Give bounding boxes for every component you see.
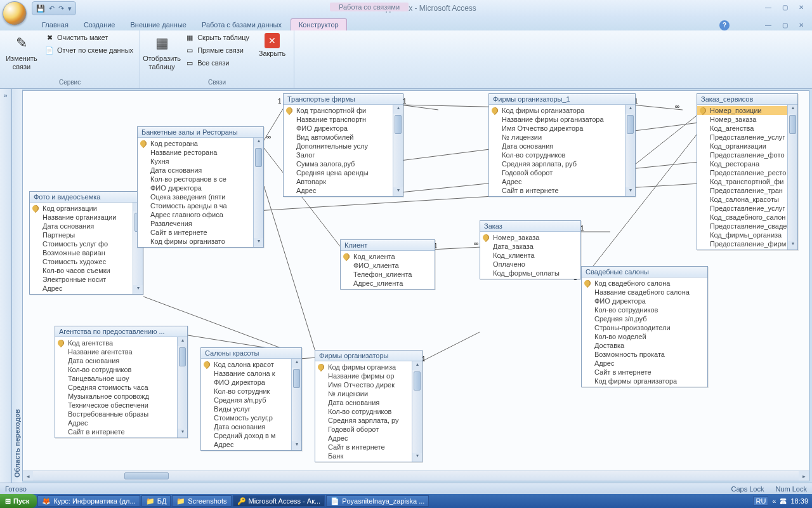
- table-field[interactable]: Виды услуг: [201, 404, 301, 413]
- scroll-up-icon[interactable]: ▴: [412, 361, 422, 370]
- table-scrollbar[interactable]: ▴▾: [393, 105, 403, 196]
- minimize-icon[interactable]: —: [761, 4, 775, 13]
- scroll-thumb[interactable]: [293, 369, 300, 388]
- table-field[interactable]: Адрес: [489, 177, 635, 186]
- tab-external[interactable]: Внешние данные: [123, 19, 194, 30]
- table-header[interactable]: Свадебные салоны: [582, 267, 707, 277]
- scroll-down-icon[interactable]: ▾: [393, 187, 403, 196]
- table-field[interactable]: Адрес_клиента: [341, 279, 435, 288]
- table-banket[interactable]: Банкетные залы и РестораныКод ресторанаН…: [137, 126, 264, 248]
- table-field[interactable]: Развлечения: [138, 219, 263, 228]
- table-field[interactable]: Сайт в интернете: [315, 443, 422, 451]
- table-transport[interactable]: Транспортые фирмыКод транспортной фиНазв…: [283, 93, 403, 197]
- table-org[interactable]: Фирмы организаторыКод фирмы организаНазв…: [315, 350, 422, 462]
- table-zakaz[interactable]: ЗаказНомер_заказаДата_заказаКод_клиентаО…: [480, 220, 581, 279]
- table-field[interactable]: Сайт в интернете: [138, 228, 263, 237]
- table-field[interactable]: Предоставление_услуг: [697, 204, 797, 213]
- scroll-thumb[interactable]: [789, 115, 796, 134]
- table-field[interactable]: Стоимость художес: [30, 257, 143, 266]
- table-field[interactable]: Предоставление_тран: [697, 186, 797, 195]
- table-field[interactable]: Код_салона_красоты: [697, 195, 797, 204]
- nav-pane-toggle[interactable]: »: [0, 89, 11, 483]
- table-field[interactable]: Имя Отчество дирек: [315, 380, 422, 389]
- table-field[interactable]: Залог: [284, 150, 403, 159]
- table-field[interactable]: Адрес: [284, 186, 403, 195]
- table-field[interactable]: Танцевальное шоу: [55, 374, 187, 383]
- table-field[interactable]: Адрес: [201, 440, 301, 449]
- taskbar-item[interactable]: 🔑Microsoft Access - Ак...: [233, 495, 325, 507]
- table-field[interactable]: Код_клиента: [341, 252, 435, 261]
- scroll-up-icon[interactable]: ▴: [788, 105, 797, 114]
- mdi-minimize-icon[interactable]: —: [761, 22, 775, 30]
- table-field[interactable]: Телефон_клиента: [341, 270, 435, 279]
- table-field[interactable]: Код_транспортной_фи: [697, 177, 797, 186]
- table-field[interactable]: Дата основания: [55, 356, 187, 365]
- table-foto[interactable]: Фото и видеосъемкаКод организацииНазвани…: [29, 191, 143, 295]
- table-field[interactable]: Кол-во ресторанов в се: [138, 175, 263, 184]
- edit-relationships-button[interactable]: ✎ Изменить связи: [4, 32, 39, 72]
- table-header[interactable]: Фирмы организаторы_1: [489, 94, 635, 105]
- table-field[interactable]: Название агентства: [55, 347, 187, 356]
- scroll-thumb[interactable]: [627, 115, 634, 134]
- table-field[interactable]: Автопарк: [284, 177, 403, 186]
- table-field[interactable]: Код_агенства: [697, 124, 797, 133]
- table-scrollbar[interactable]: ▴▾: [253, 138, 263, 247]
- table-field[interactable]: Сайт в интернете: [582, 368, 707, 377]
- table-header[interactable]: Заказ_сервисов: [697, 94, 797, 105]
- table-header[interactable]: Клиент: [341, 240, 435, 251]
- scroll-thumb[interactable]: [255, 148, 262, 167]
- table-header[interactable]: Фото и видеосъемка: [30, 192, 143, 203]
- table-field[interactable]: ФИО директора: [582, 297, 707, 305]
- tray-icon[interactable]: 🕿: [780, 497, 787, 505]
- tab-home[interactable]: Главная: [34, 19, 76, 30]
- table-field[interactable]: Код транспортной фи: [284, 106, 403, 115]
- table-field[interactable]: Адрес: [55, 418, 187, 427]
- maximize-icon[interactable]: ▢: [778, 4, 792, 13]
- table-header[interactable]: Транспортые фирмы: [284, 94, 403, 105]
- table-field[interactable]: ФИО директора: [284, 124, 403, 133]
- table-org1[interactable]: Фирмы организаторы_1Код фирмы организато…: [488, 93, 636, 197]
- all-rel-button[interactable]: ▭Все связи: [182, 57, 252, 69]
- taskbar-item[interactable]: 📁БД: [141, 495, 171, 507]
- table-field[interactable]: Дата основания: [489, 142, 635, 150]
- scroll-up-icon[interactable]: ▴: [178, 337, 187, 346]
- close-icon[interactable]: ✕: [794, 4, 808, 13]
- table-scrollbar[interactable]: ▴▾: [625, 105, 635, 196]
- table-zakazserv[interactable]: Заказ_сервисовНомер_позицииНомер_заказаК…: [697, 93, 798, 250]
- close-button[interactable]: ✕ Закрыть: [254, 32, 290, 59]
- table-field[interactable]: Техническое обеспечени: [55, 401, 187, 410]
- table-header[interactable]: Агентства по предоставлению ...: [55, 326, 187, 337]
- scroll-down-icon[interactable]: ▾: [254, 238, 263, 247]
- table-agent[interactable]: Агентства по предоставлению ...Код агент…: [55, 326, 188, 438]
- table-field[interactable]: Кол-во моделей: [582, 332, 707, 341]
- table-field[interactable]: Сайт в интернете: [55, 427, 187, 436]
- table-field[interactable]: Страны-производители: [582, 323, 707, 332]
- redo-icon[interactable]: ↷: [58, 4, 64, 13]
- mdi-restore-icon[interactable]: ▢: [778, 22, 792, 30]
- taskbar-item[interactable]: 🦊Курс: Информатика (дл...: [37, 495, 140, 507]
- table-field[interactable]: Номер_заказа: [480, 233, 580, 242]
- table-field[interactable]: Дата основания: [315, 398, 422, 407]
- scroll-up-icon[interactable]: ▴: [292, 359, 301, 368]
- table-field[interactable]: Средняя зарплата, ру: [315, 416, 422, 425]
- table-field[interactable]: Стоимость услуг,р: [201, 413, 301, 422]
- table-field[interactable]: Возможность проката: [582, 350, 707, 359]
- table-field[interactable]: Название фирмы организатора: [489, 115, 635, 124]
- table-field[interactable]: Код_свадебного_салон: [697, 213, 797, 222]
- table-field[interactable]: Средняя цена аренды: [284, 168, 403, 177]
- table-header[interactable]: Фирмы организаторы: [315, 351, 422, 361]
- table-field[interactable]: Средняя з/п,руб: [201, 396, 301, 404]
- table-field[interactable]: Кол-во сотрудников: [489, 150, 635, 159]
- language-indicator[interactable]: RU: [753, 497, 768, 505]
- table-field[interactable]: Музыкальное сопровожд: [55, 392, 187, 401]
- table-field[interactable]: Банк: [315, 451, 422, 460]
- table-field[interactable]: Код салона красот: [201, 360, 301, 369]
- clear-layout-button[interactable]: ✖Очистить макет: [42, 32, 136, 43]
- table-field[interactable]: Имя Отчество директора: [489, 124, 635, 133]
- help-icon[interactable]: ?: [719, 20, 730, 30]
- table-field[interactable]: Код_формы_оплаты: [480, 269, 580, 277]
- table-scrollbar[interactable]: ▴▾: [177, 337, 187, 438]
- table-field[interactable]: Доставка: [582, 341, 707, 350]
- table-field[interactable]: Средняя стоимость часа: [55, 383, 187, 392]
- table-field[interactable]: Предоставление_сваде: [697, 222, 797, 231]
